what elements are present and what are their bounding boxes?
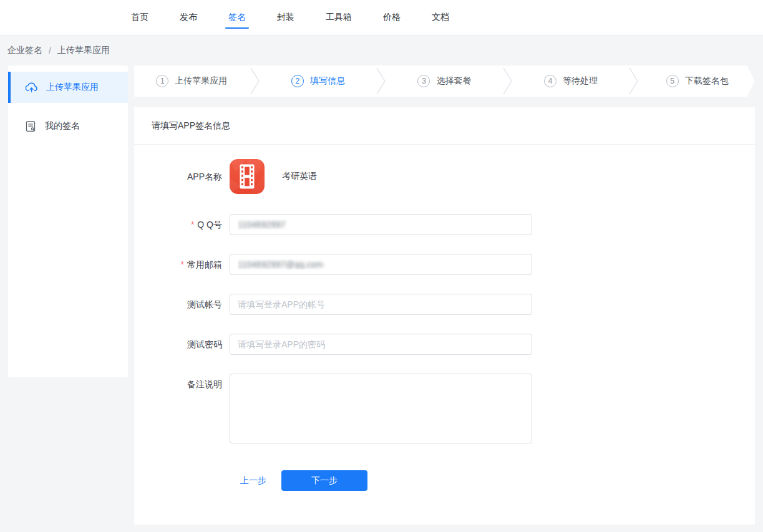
nav-item-docs[interactable]: 文档: [432, 0, 449, 35]
qq-row: Q Q号: [134, 214, 755, 235]
app-name-label: APP名称: [134, 159, 222, 194]
step-number: 5: [666, 75, 679, 87]
breadcrumb-enterprise-sign[interactable]: 企业签名: [7, 45, 42, 56]
step-number: 1: [156, 75, 168, 87]
step-label: 等待处理: [563, 75, 598, 87]
step-1-upload-app: 1 上传苹果应用: [134, 65, 250, 97]
film-app-icon: [230, 159, 265, 194]
qq-label: Q Q号: [134, 214, 222, 235]
step-label: 上传苹果应用: [175, 75, 227, 87]
nav-item-package[interactable]: 封装: [277, 0, 294, 35]
breadcrumb-upload-ios-app: 上传苹果应用: [57, 45, 110, 56]
next-step-button[interactable]: 下一步: [281, 470, 367, 491]
sidebar: 上传苹果应用 我的签名: [8, 65, 128, 377]
nav-item-price[interactable]: 价格: [383, 0, 401, 35]
step-chevron-icon: [628, 65, 639, 97]
sidebar-item-my-signatures[interactable]: 我的签名: [8, 110, 128, 142]
step-3-choose-plan: 3 选择套餐: [387, 65, 502, 97]
nav-item-toolbox[interactable]: 工具箱: [326, 0, 352, 35]
app-name-row: APP名称: [134, 159, 755, 194]
email-input[interactable]: [230, 254, 532, 275]
test-password-label: 测试密码: [134, 334, 222, 355]
step-chevron-icon: [250, 65, 261, 97]
remark-label: 备注说明: [134, 374, 222, 395]
remark-textarea[interactable]: [230, 374, 532, 443]
breadcrumb: 企业签名 / 上传苹果应用: [7, 36, 110, 65]
step-label: 填写信息: [310, 75, 345, 87]
app-name-value: 考研英语: [282, 171, 317, 182]
step-2-fill-info: 2 填写信息: [261, 65, 376, 97]
step-number: 3: [417, 75, 430, 87]
form-title: 请填写APP签名信息: [134, 107, 755, 145]
step-wizard: 1 上传苹果应用 2 填写信息 3 选择套餐 4 等待处理 5 下载签名包: [134, 65, 755, 97]
signature-doc-icon: [25, 120, 37, 132]
step-label: 选择套餐: [436, 75, 471, 87]
remark-row: 备注说明: [134, 374, 755, 443]
sidebar-item-label: 上传苹果应用: [46, 82, 99, 93]
nav-item-publish[interactable]: 发布: [180, 0, 197, 35]
test-account-label: 测试帐号: [134, 294, 222, 315]
test-account-input[interactable]: [230, 294, 532, 315]
step-5-download-package: 5 下载签名包: [639, 65, 755, 97]
form-card: 请填写APP签名信息 APP名称: [134, 107, 755, 525]
test-account-row: 测试帐号: [134, 294, 755, 315]
top-nav: 首页 发布 签名 封装 工具箱 价格 文档: [0, 0, 763, 36]
test-password-input[interactable]: [230, 334, 532, 355]
form-actions: 上一步 下一步: [134, 470, 755, 491]
step-chevron-icon: [502, 65, 513, 97]
step-number: 2: [291, 75, 304, 87]
step-4-waiting: 4 等待处理: [513, 65, 629, 97]
sidebar-item-upload-ios-app[interactable]: 上传苹果应用: [8, 72, 128, 103]
email-row: 常用邮箱: [134, 254, 755, 275]
step-chevron-icon: [376, 65, 387, 97]
step-label: 下载签名包: [685, 75, 729, 87]
cloud-upload-icon: [25, 82, 38, 93]
prev-step-link[interactable]: 上一步: [240, 475, 266, 486]
nav-item-home[interactable]: 首页: [131, 0, 148, 35]
signature-form: APP名称: [134, 145, 755, 491]
step-number: 4: [544, 75, 556, 87]
email-label: 常用邮箱: [134, 254, 222, 275]
sidebar-item-label: 我的签名: [45, 120, 80, 132]
qq-input[interactable]: [230, 214, 532, 235]
nav-item-sign[interactable]: 签名: [228, 0, 246, 35]
test-password-row: 测试密码: [134, 334, 755, 355]
breadcrumb-separator: /: [49, 46, 51, 56]
